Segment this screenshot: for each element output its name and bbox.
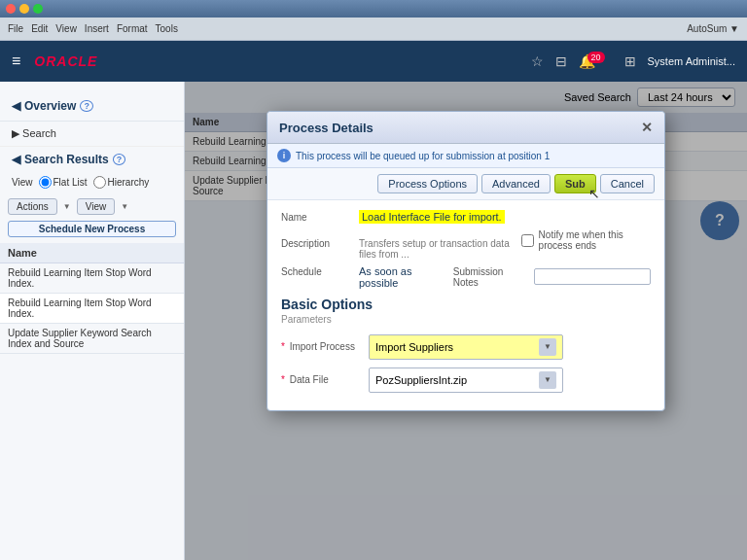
import-process-row: * Import Process Import Suppliers ▼ xyxy=(281,334,651,360)
excel-tab-format[interactable]: Format xyxy=(117,23,148,34)
notify-checkbox[interactable] xyxy=(521,234,534,247)
search-results-label: Search Results xyxy=(24,153,109,166)
name-value: Load Interface File for import. xyxy=(359,210,505,224)
modal-toolbar: Process Options Advanced Sub ↖ Cancel xyxy=(267,168,664,200)
name-form-row: Name Load Interface File for import. xyxy=(281,210,651,224)
notification-badge: 20 xyxy=(587,52,605,63)
oracle-top-bar: ≡ ORACLE ☆ ⊟ 🔔20 ⊞ System Administ... xyxy=(0,41,747,82)
data-file-select[interactable]: PozSuppliersInt.zip ▼ xyxy=(369,368,563,393)
search-section[interactable]: ▶ Search xyxy=(0,122,184,147)
search-results-section: ◀ Search Results ? xyxy=(0,147,184,172)
description-form-row: Description Transfers setup or transacti… xyxy=(281,229,651,260)
data-file-row: * Data File PozSuppliersInt.zip ▼ xyxy=(281,368,651,393)
import-process-value: Import Suppliers xyxy=(375,341,453,353)
process-options-button[interactable]: Process Options xyxy=(377,174,478,193)
excel-tab-insert[interactable]: Insert xyxy=(85,23,109,34)
expand-overview-icon: ◀ xyxy=(12,99,20,113)
grid-icon[interactable]: ⊞ xyxy=(624,53,636,69)
name-label: Name xyxy=(281,212,359,223)
bookmark-icon[interactable]: ⊟ xyxy=(555,53,567,69)
flat-list-label: Flat List xyxy=(53,177,88,188)
modal-close-button[interactable]: ✕ xyxy=(641,120,653,135)
actions-button[interactable]: Actions xyxy=(8,198,57,215)
data-file-value: PozSuppliersInt.zip xyxy=(375,374,467,386)
overview-help-icon[interactable]: ? xyxy=(80,100,93,112)
data-file-dropdown-arrow[interactable]: ▼ xyxy=(539,371,556,389)
submit-button-wrapper: Sub ↖ xyxy=(554,174,596,193)
modal-header: Process Details ✕ xyxy=(267,112,664,144)
flat-list-radio-label[interactable]: Flat List xyxy=(39,176,88,189)
advanced-button[interactable]: Advanced xyxy=(481,174,551,193)
main-content: Saved Search Last 24 hours Name Time Sub… xyxy=(185,82,747,560)
table-row: Update Supplier Keyword Search Index and… xyxy=(0,324,184,354)
modal-overlay: Process Details ✕ i This process will be… xyxy=(185,82,747,560)
data-file-label: * Data File xyxy=(281,374,369,385)
excel-toolbar: File Edit View Insert Format Tools AutoS… xyxy=(0,18,747,41)
left-panel: ◀ Overview ? ▶ Search ◀ Search Results ?… xyxy=(0,82,185,560)
search-label: Search xyxy=(22,127,56,139)
close-window-btn[interactable] xyxy=(6,4,16,14)
excel-tab-edit[interactable]: Edit xyxy=(31,23,48,34)
data-file-label-text: Data File xyxy=(290,374,329,385)
schedule-form-row: Schedule As soon as possible Submission … xyxy=(281,265,651,289)
info-icon: i xyxy=(277,149,291,162)
bell-icon[interactable]: 🔔20 xyxy=(579,53,613,69)
maximize-window-btn[interactable] xyxy=(33,4,43,14)
parameters-subtitle: Parameters xyxy=(281,314,651,325)
table-row: Rebuild Learning Item Stop Word Index. xyxy=(0,294,184,324)
modal-title: Process Details xyxy=(279,121,374,135)
excel-tab-file[interactable]: File xyxy=(8,23,23,34)
hamburger-icon[interactable]: ≡ xyxy=(12,52,20,70)
import-process-required: * xyxy=(281,341,285,352)
flat-list-radio[interactable] xyxy=(39,176,52,189)
expand-search-icon: ▶ xyxy=(12,127,19,139)
modal-info-message: This process will be queued up for submi… xyxy=(296,151,550,161)
name-column-header: Name xyxy=(0,243,184,263)
cancel-button[interactable]: Cancel xyxy=(600,174,655,193)
view-options: View Flat List Hierarchy xyxy=(0,172,184,192)
overview-label: Overview xyxy=(24,99,76,113)
view-arrow-icon: ▼ xyxy=(121,202,128,211)
actions-arrow-icon: ▼ xyxy=(63,202,71,211)
basic-options-title: Basic Options xyxy=(281,297,651,312)
modal-body: Name Load Interface File for import. Des… xyxy=(267,200,664,410)
row1-name: Rebuild Learning Item Stop Word Index. xyxy=(8,267,176,289)
schedule-value: As soon as possible xyxy=(359,265,453,289)
table-row: Rebuild Learning Item Stop Word Index. xyxy=(0,263,184,294)
row2-name: Rebuild Learning Item Stop Word Index. xyxy=(8,298,176,319)
window-chrome xyxy=(0,0,747,18)
expand-results-icon: ◀ xyxy=(12,153,20,166)
notify-section: Notify me when this process ends xyxy=(521,229,651,251)
cursor-icon: ↖ xyxy=(588,186,600,201)
schedule-new-process-button[interactable]: Schedule New Process xyxy=(8,221,176,237)
row3-name: Update Supplier Keyword Search Index and… xyxy=(8,328,176,349)
schedule-label: Schedule xyxy=(281,266,359,277)
modal-info-bar: i This process will be queued up for sub… xyxy=(267,144,664,168)
excel-tab-tools[interactable]: Tools xyxy=(156,23,178,34)
view-button[interactable]: View xyxy=(77,198,116,215)
hierarchy-radio-label[interactable]: Hierarchy xyxy=(93,176,150,189)
import-process-label: * Import Process xyxy=(281,341,369,352)
top-bar-left: ≡ ORACLE xyxy=(12,52,97,70)
import-process-label-text: Import Process xyxy=(290,341,355,352)
view-label: View xyxy=(12,177,33,188)
description-label: Description xyxy=(281,238,359,249)
content-area: ◀ Overview ? ▶ Search ◀ Search Results ?… xyxy=(0,82,747,560)
excel-tab-view[interactable]: View xyxy=(55,23,77,34)
results-help-icon[interactable]: ? xyxy=(113,154,126,165)
import-process-dropdown-arrow[interactable]: ▼ xyxy=(539,338,556,356)
submission-notes-input[interactable] xyxy=(534,268,651,285)
overview-section[interactable]: ◀ Overview ? xyxy=(0,91,184,122)
import-process-select[interactable]: Import Suppliers ▼ xyxy=(369,334,563,360)
excel-autosum[interactable]: AutoSum ▼ xyxy=(687,23,739,34)
notify-label: Notify me when this process ends xyxy=(539,229,651,251)
process-details-modal: Process Details ✕ i This process will be… xyxy=(267,111,665,411)
star-icon[interactable]: ☆ xyxy=(531,53,544,69)
minimize-window-btn[interactable] xyxy=(19,4,29,14)
submission-notes-label: Submission Notes xyxy=(453,266,529,288)
oracle-logo: ORACLE xyxy=(34,53,97,69)
hierarchy-radio[interactable] xyxy=(93,176,106,189)
user-label[interactable]: System Administ... xyxy=(648,55,735,67)
description-value: Transfers setup or transaction data file… xyxy=(359,238,521,260)
top-bar-right: ☆ ⊟ 🔔20 ⊞ System Administ... xyxy=(531,53,736,69)
